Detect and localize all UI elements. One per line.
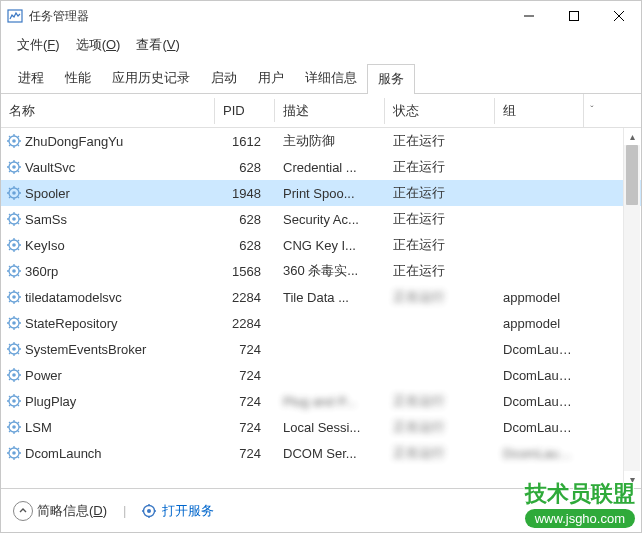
svg-line-64	[9, 275, 10, 276]
service-pid: 1568	[215, 264, 275, 279]
svg-point-6	[12, 139, 16, 143]
svg-line-123	[18, 422, 19, 423]
service-name: LSM	[25, 420, 52, 435]
svg-line-133	[18, 448, 19, 449]
service-row[interactable]: Spooler1948Print Spoo...正在运行	[1, 180, 641, 206]
open-services-link[interactable]: 打开服务	[162, 502, 214, 520]
service-row[interactable]: VaultSvc628Credential ...正在运行	[1, 154, 641, 180]
service-row[interactable]: StateRepository2284appmodel	[1, 310, 641, 336]
menu-options[interactable]: 选项(O)	[68, 32, 129, 58]
scroll-up-arrow-icon[interactable]: ▴	[624, 128, 640, 145]
menu-view[interactable]: 查看(V)	[128, 32, 187, 58]
gear-icon	[7, 212, 21, 226]
service-pid: 628	[215, 238, 275, 253]
service-row[interactable]: DcomLaunch724DCOM Ser...正在运行DcomLaun...	[1, 440, 641, 466]
svg-line-54	[9, 249, 10, 250]
svg-line-102	[18, 379, 19, 380]
svg-line-131	[9, 448, 10, 449]
service-row[interactable]: ZhuDongFangYu1612主动防御正在运行	[1, 128, 641, 154]
service-name-cell: SystemEventsBroker	[1, 342, 215, 357]
svg-line-34	[9, 197, 10, 198]
svg-line-111	[9, 396, 10, 397]
service-row[interactable]: tiledatamodelsvc2284Tile Data ...正在运行app…	[1, 284, 641, 310]
svg-point-76	[12, 321, 16, 325]
service-pid: 724	[215, 394, 275, 409]
service-status: 正在运行	[385, 444, 495, 462]
service-pid: 2284	[215, 290, 275, 305]
tab-app-history[interactable]: 应用历史记录	[101, 63, 201, 93]
svg-line-44	[9, 223, 10, 224]
scrollbar-thumb[interactable]	[626, 145, 638, 205]
service-name-cell: tiledatamodelsvc	[1, 290, 215, 305]
service-name-cell: ZhuDongFangYu	[1, 134, 215, 149]
gear-icon	[7, 368, 21, 382]
svg-point-36	[12, 217, 16, 221]
service-status: 正在运行	[385, 210, 495, 228]
svg-line-33	[18, 188, 19, 189]
svg-point-46	[12, 243, 16, 247]
svg-line-31	[9, 188, 10, 189]
tabs: 进程 性能 应用历史记录 启动 用户 详细信息 服务	[1, 59, 641, 94]
collapse-button[interactable]	[13, 501, 33, 521]
service-row[interactable]: LSM724Local Sessi...正在运行DcomLaun...	[1, 414, 641, 440]
service-row[interactable]: PlugPlay724Plug and P...正在运行DcomLaun...	[1, 388, 641, 414]
service-name: StateRepository	[25, 316, 118, 331]
close-button[interactable]	[596, 1, 641, 31]
gear-icon	[7, 316, 21, 330]
service-name: KeyIso	[25, 238, 65, 253]
column-header-group[interactable]: 组	[495, 98, 583, 124]
svg-line-124	[9, 431, 10, 432]
tab-processes[interactable]: 进程	[7, 63, 55, 93]
service-group: appmodel	[495, 290, 583, 305]
service-row[interactable]: 360rp1568360 杀毒实...正在运行	[1, 258, 641, 284]
service-group: DcomLaun...	[495, 394, 583, 409]
svg-line-21	[9, 162, 10, 163]
svg-line-43	[18, 214, 19, 215]
service-status: 正在运行	[385, 392, 495, 410]
service-description: CNG Key I...	[275, 238, 385, 253]
service-pid: 1612	[215, 134, 275, 149]
svg-line-112	[18, 405, 19, 406]
service-group: DcomLaun...	[495, 342, 583, 357]
svg-line-62	[18, 275, 19, 276]
minimize-button[interactable]	[506, 1, 551, 31]
service-name-cell: PlugPlay	[1, 394, 215, 409]
maximize-button[interactable]	[551, 1, 596, 31]
service-row[interactable]: KeyIso628CNG Key I...正在运行	[1, 232, 641, 258]
column-header-pid[interactable]: PID	[215, 99, 275, 122]
column-header-name[interactable]: 名称	[1, 98, 215, 124]
scroll-up-icon[interactable]: ˇ	[583, 94, 600, 127]
tab-details[interactable]: 详细信息	[294, 63, 368, 93]
brief-info-link[interactable]: 简略信息(D)	[37, 502, 107, 520]
service-pid: 1948	[215, 186, 275, 201]
service-pid: 724	[215, 446, 275, 461]
service-name-cell: LSM	[1, 420, 215, 435]
vertical-scrollbar[interactable]: ▴ ▾	[623, 128, 640, 488]
svg-line-121	[9, 422, 10, 423]
service-pid: 724	[215, 420, 275, 435]
service-name: tiledatamodelsvc	[25, 290, 122, 305]
service-row[interactable]: SystemEventsBroker724DcomLaun...	[1, 336, 641, 362]
svg-line-72	[18, 301, 19, 302]
menubar: 文件(F) 选项(O) 查看(V)	[1, 31, 641, 59]
tab-startup[interactable]: 启动	[200, 63, 248, 93]
menu-file[interactable]: 文件(F)	[9, 32, 68, 58]
service-status: 正在运行	[385, 184, 495, 202]
statusbar: 简略信息(D) | 打开服务	[1, 488, 641, 532]
tab-services[interactable]: 服务	[367, 64, 415, 94]
service-description: DCOM Ser...	[275, 446, 385, 461]
svg-line-23	[18, 162, 19, 163]
gear-icon	[7, 186, 21, 200]
service-name-cell: StateRepository	[1, 316, 215, 331]
svg-line-93	[18, 344, 19, 345]
service-row[interactable]: Power724DcomLaun...	[1, 362, 641, 388]
scroll-down-arrow-icon[interactable]: ▾	[624, 471, 640, 488]
column-header-description[interactable]: 描述	[275, 98, 385, 124]
services-icon	[142, 504, 156, 518]
tab-users[interactable]: 用户	[247, 63, 295, 93]
svg-line-113	[18, 396, 19, 397]
tab-performance[interactable]: 性能	[54, 63, 102, 93]
service-name: Spooler	[25, 186, 70, 201]
column-header-status[interactable]: 状态	[385, 98, 495, 124]
service-row[interactable]: SamSs628Security Ac...正在运行	[1, 206, 641, 232]
